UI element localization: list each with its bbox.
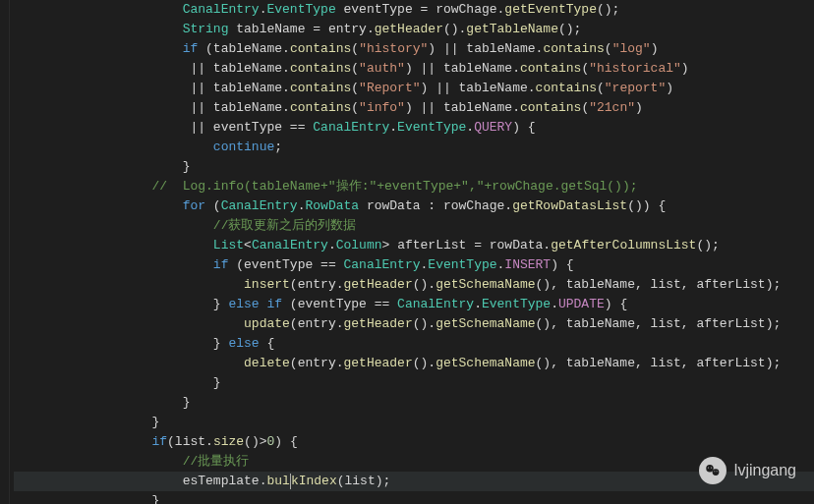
svg-point-0 <box>706 465 714 473</box>
token-punct: ) <box>666 81 673 95</box>
token-type: CanalEntry <box>252 238 328 252</box>
token-punct: < <box>244 238 252 252</box>
token-kw: else if <box>228 297 282 311</box>
token-punct: ( <box>351 81 359 95</box>
svg-point-5 <box>716 471 717 472</box>
token-punct: ( <box>290 277 298 292</box>
token-punct: } <box>151 493 159 504</box>
token-var: rowData <box>367 198 421 213</box>
token-type: String <box>183 22 229 36</box>
token-punct: = <box>466 238 489 252</box>
token-var: tableName <box>213 81 282 95</box>
code-line[interactable]: } <box>14 491 814 504</box>
token-var: eventType <box>344 2 413 17</box>
token-punct: . <box>543 238 551 252</box>
token-punct: (); <box>696 238 719 252</box>
token-var: list <box>651 356 681 370</box>
code-line[interactable]: } <box>14 157 814 177</box>
watermark-label: lvjingang <box>734 461 796 480</box>
token-var: afterList <box>696 277 765 292</box>
token-var: tableName <box>459 81 528 95</box>
token-punct: (); <box>558 22 581 36</box>
token-punct: . <box>389 120 397 135</box>
token-punct: . <box>528 81 536 95</box>
token-method: size <box>213 434 244 449</box>
token-method: getHeader <box>375 22 443 36</box>
code-line[interactable]: if (tableName.contains("history") || tab… <box>14 39 814 59</box>
code-line[interactable]: //获取更新之后的列数据 <box>14 216 814 236</box>
code-line[interactable]: } <box>14 393 814 413</box>
token-var: list <box>651 277 681 292</box>
code-line[interactable]: } else { <box>14 334 814 354</box>
code-line[interactable]: } <box>14 413 814 432</box>
token-comment: //批量执行 <box>183 454 250 469</box>
code-line[interactable]: continue; <box>14 138 814 157</box>
token-var: afterList <box>397 238 466 252</box>
token-method: delete <box>244 356 290 370</box>
token-method: getHeader <box>344 316 413 331</box>
code-line[interactable]: String tableName = entry.getHeader().get… <box>14 20 814 39</box>
code-line[interactable]: insert(entry.getHeader().getSchemaName()… <box>14 275 814 295</box>
token-var: entry <box>328 22 367 36</box>
code-line[interactable]: delete(entry.getHeader().getSchemaName()… <box>14 354 814 373</box>
token-punct: (). <box>413 356 436 370</box>
token-var: tableName <box>566 277 635 292</box>
token-punct: ( <box>351 41 359 56</box>
code-line[interactable]: esTemplate.bulkIndex(list); <box>14 472 814 491</box>
token-punct: ()) { <box>627 198 666 213</box>
token-method: contains <box>520 61 581 76</box>
token-comment: //获取更新之后的列数据 <box>213 218 357 233</box>
code-line[interactable]: List<CanalEntry.Column> afterList = rowD… <box>14 236 814 255</box>
token-method: bul <box>266 474 289 488</box>
code-line[interactable]: if (eventType == CanalEntry.EventType.IN… <box>14 255 814 275</box>
code-line[interactable]: } <box>14 373 814 393</box>
token-str: "info" <box>359 100 405 115</box>
token-kw: else <box>228 336 259 351</box>
token-var: list <box>175 434 205 449</box>
token-type: EventType <box>428 257 496 272</box>
token-punct: (); <box>597 2 619 17</box>
code-area[interactable]: CanalEntry.EventType eventType = rowChag… <box>10 0 814 504</box>
token-kw: if <box>183 41 199 56</box>
token-var: tableName <box>566 316 635 331</box>
token-punct: } <box>151 415 159 429</box>
gutter <box>0 0 10 504</box>
token-var: esTemplate <box>183 474 260 488</box>
code-editor[interactable]: CanalEntry.EventType eventType = rowChag… <box>0 0 814 504</box>
token-punct: . <box>466 120 474 135</box>
token-punct: } <box>213 336 229 351</box>
code-line[interactable]: || tableName.contains("info") || tableNa… <box>14 98 814 118</box>
code-line[interactable]: update(entry.getHeader().getSchemaName()… <box>14 314 814 334</box>
token-kw: for <box>183 198 205 213</box>
token-var: eventType <box>244 257 313 272</box>
token-punct: ( <box>290 316 298 331</box>
token-punct: ) { <box>605 297 627 311</box>
code-line[interactable]: || eventType == CanalEntry.EventType.QUE… <box>14 118 814 138</box>
code-line[interactable]: CanalEntry.EventType eventType = rowChag… <box>14 0 814 20</box>
token-const: QUERY <box>474 120 512 135</box>
token-punct: , <box>635 277 651 292</box>
token-punct: } <box>213 297 229 311</box>
code-line[interactable]: || tableName.contains("Report") || table… <box>14 79 814 98</box>
token-comment: // Log.info(tableName+"操作:"+eventType+",… <box>151 179 637 194</box>
token-str: "Report" <box>359 81 420 95</box>
svg-point-1 <box>712 469 719 476</box>
token-kw: continue <box>213 140 274 154</box>
token-punct: ( <box>351 100 359 115</box>
token-punct: = <box>305 22 327 36</box>
code-line[interactable]: || tableName.contains("auth") || tableNa… <box>14 59 814 79</box>
code-line[interactable]: if(list.size()>0) { <box>14 432 814 452</box>
code-line[interactable]: for (CanalEntry.RowData rowData : rowCha… <box>14 196 814 216</box>
code-line[interactable]: } else if (eventType == CanalEntry.Event… <box>14 295 814 314</box>
token-punct: . <box>504 198 512 213</box>
code-line[interactable]: // Log.info(tableName+"操作:"+eventType+",… <box>14 177 814 196</box>
token-punct: ) || <box>421 81 459 95</box>
token-str: "historical" <box>589 61 681 76</box>
token-punct: ); <box>766 277 782 292</box>
code-line[interactable]: //批量执行 <box>14 452 814 472</box>
token-str: "21cn" <box>589 100 635 115</box>
token-var: entry <box>298 356 336 370</box>
token-punct: . <box>367 22 375 36</box>
svg-point-4 <box>714 471 715 472</box>
token-punct: (), <box>536 356 566 370</box>
